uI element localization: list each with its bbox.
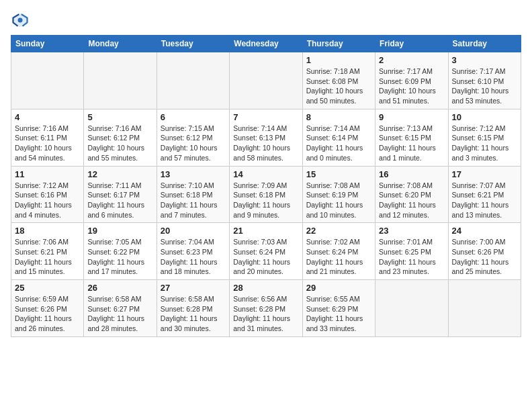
day-detail: Sunrise: 7:08 AM Sunset: 6:20 PM Dayligh…	[379, 181, 444, 220]
calendar-cell	[11, 52, 84, 109]
week-row-4: 18Sunrise: 7:06 AM Sunset: 6:21 PM Dayli…	[11, 223, 521, 280]
day-number: 4	[15, 112, 80, 122]
calendar-cell: 17Sunrise: 7:07 AM Sunset: 6:21 PM Dayli…	[448, 166, 521, 223]
week-row-2: 4Sunrise: 7:16 AM Sunset: 6:11 PM Daylig…	[11, 109, 521, 166]
day-detail: Sunrise: 7:16 AM Sunset: 6:11 PM Dayligh…	[15, 124, 80, 163]
calendar-cell: 11Sunrise: 7:12 AM Sunset: 6:16 PM Dayli…	[11, 166, 84, 223]
day-detail: Sunrise: 7:12 AM Sunset: 6:15 PM Dayligh…	[452, 124, 517, 163]
day-number: 18	[15, 226, 80, 236]
day-number: 5	[87, 112, 152, 122]
calendar-table: SundayMondayTuesdayWednesdayThursdayFrid…	[11, 35, 521, 337]
calendar-cell: 15Sunrise: 7:08 AM Sunset: 6:19 PM Dayli…	[302, 166, 375, 223]
calendar-cell: 27Sunrise: 6:58 AM Sunset: 6:28 PM Dayli…	[157, 280, 229, 337]
day-number: 7	[233, 112, 298, 122]
day-detail: Sunrise: 7:18 AM Sunset: 6:08 PM Dayligh…	[306, 66, 371, 106]
day-detail: Sunrise: 7:01 AM Sunset: 6:25 PM Dayligh…	[379, 237, 444, 277]
day-number: 28	[233, 283, 298, 293]
calendar-cell: 22Sunrise: 7:02 AM Sunset: 6:24 PM Dayli…	[302, 223, 375, 280]
day-detail: Sunrise: 7:07 AM Sunset: 6:21 PM Dayligh…	[452, 181, 517, 220]
svg-point-1	[18, 18, 23, 23]
calendar-cell: 25Sunrise: 6:59 AM Sunset: 6:26 PM Dayli…	[11, 280, 84, 337]
day-detail: Sunrise: 7:05 AM Sunset: 6:22 PM Dayligh…	[87, 237, 152, 277]
day-number: 2	[379, 55, 444, 65]
calendar-cell: 10Sunrise: 7:12 AM Sunset: 6:15 PM Dayli…	[448, 109, 521, 166]
day-number: 6	[161, 112, 226, 122]
header-day-friday: Friday	[375, 36, 448, 52]
calendar-cell: 16Sunrise: 7:08 AM Sunset: 6:20 PM Dayli…	[375, 166, 448, 223]
calendar-cell	[230, 52, 302, 109]
day-detail: Sunrise: 7:06 AM Sunset: 6:21 PM Dayligh…	[15, 237, 80, 277]
calendar-cell: 1Sunrise: 7:18 AM Sunset: 6:08 PM Daylig…	[302, 52, 375, 109]
day-detail: Sunrise: 7:10 AM Sunset: 6:18 PM Dayligh…	[161, 181, 226, 220]
header-day-sunday: Sunday	[11, 36, 84, 52]
day-number: 8	[306, 112, 371, 122]
calendar-cell	[84, 52, 157, 109]
day-detail: Sunrise: 6:58 AM Sunset: 6:28 PM Dayligh…	[161, 294, 226, 334]
day-detail: Sunrise: 7:09 AM Sunset: 6:18 PM Dayligh…	[233, 181, 298, 220]
week-row-1: 1Sunrise: 7:18 AM Sunset: 6:08 PM Daylig…	[11, 52, 521, 109]
day-detail: Sunrise: 7:00 AM Sunset: 6:26 PM Dayligh…	[452, 237, 517, 277]
calendar-cell: 12Sunrise: 7:11 AM Sunset: 6:17 PM Dayli…	[84, 166, 157, 223]
day-number: 27	[161, 283, 226, 293]
day-detail: Sunrise: 7:14 AM Sunset: 6:13 PM Dayligh…	[233, 124, 298, 163]
day-number: 29	[306, 283, 371, 293]
day-number: 15	[306, 169, 371, 179]
calendar-cell: 13Sunrise: 7:10 AM Sunset: 6:18 PM Dayli…	[157, 166, 229, 223]
day-detail: Sunrise: 7:14 AM Sunset: 6:14 PM Dayligh…	[306, 124, 371, 163]
day-number: 10	[452, 112, 517, 122]
calendar-cell	[375, 280, 448, 337]
calendar-cell: 14Sunrise: 7:09 AM Sunset: 6:18 PM Dayli…	[230, 166, 302, 223]
logo-icon	[11, 11, 30, 30]
day-detail: Sunrise: 6:59 AM Sunset: 6:26 PM Dayligh…	[15, 294, 80, 334]
header-day-monday: Monday	[84, 36, 157, 52]
day-detail: Sunrise: 7:17 AM Sunset: 6:09 PM Dayligh…	[379, 66, 444, 106]
day-number: 24	[452, 226, 517, 236]
calendar-cell: 20Sunrise: 7:04 AM Sunset: 6:23 PM Dayli…	[157, 223, 229, 280]
day-number: 11	[15, 169, 80, 179]
day-detail: Sunrise: 7:02 AM Sunset: 6:24 PM Dayligh…	[306, 237, 371, 277]
day-number: 19	[87, 226, 152, 236]
day-detail: Sunrise: 6:56 AM Sunset: 6:28 PM Dayligh…	[233, 294, 298, 334]
calendar-cell	[448, 280, 521, 337]
day-number: 20	[161, 226, 226, 236]
day-number: 21	[233, 226, 298, 236]
day-number: 23	[379, 226, 444, 236]
calendar-cell: 24Sunrise: 7:00 AM Sunset: 6:26 PM Dayli…	[448, 223, 521, 280]
calendar-cell: 7Sunrise: 7:14 AM Sunset: 6:13 PM Daylig…	[230, 109, 302, 166]
header-day-wednesday: Wednesday	[230, 36, 302, 52]
day-number: 22	[306, 226, 371, 236]
calendar-cell: 5Sunrise: 7:16 AM Sunset: 6:12 PM Daylig…	[84, 109, 157, 166]
week-row-3: 11Sunrise: 7:12 AM Sunset: 6:16 PM Dayli…	[11, 166, 521, 223]
day-detail: Sunrise: 7:04 AM Sunset: 6:23 PM Dayligh…	[161, 237, 226, 277]
calendar-cell: 2Sunrise: 7:17 AM Sunset: 6:09 PM Daylig…	[375, 52, 448, 109]
day-number: 12	[87, 169, 152, 179]
calendar-cell: 23Sunrise: 7:01 AM Sunset: 6:25 PM Dayli…	[375, 223, 448, 280]
day-detail: Sunrise: 7:13 AM Sunset: 6:15 PM Dayligh…	[379, 124, 444, 163]
calendar-cell	[157, 52, 229, 109]
week-row-5: 25Sunrise: 6:59 AM Sunset: 6:26 PM Dayli…	[11, 280, 521, 337]
header-day-saturday: Saturday	[448, 36, 521, 52]
calendar-cell: 18Sunrise: 7:06 AM Sunset: 6:21 PM Dayli…	[11, 223, 84, 280]
day-number: 13	[161, 169, 226, 179]
day-number: 16	[379, 169, 444, 179]
day-number: 26	[87, 283, 152, 293]
calendar-cell: 21Sunrise: 7:03 AM Sunset: 6:24 PM Dayli…	[230, 223, 302, 280]
logo	[11, 11, 32, 30]
day-detail: Sunrise: 6:55 AM Sunset: 6:29 PM Dayligh…	[306, 294, 371, 334]
calendar-cell: 26Sunrise: 6:58 AM Sunset: 6:27 PM Dayli…	[84, 280, 157, 337]
day-detail: Sunrise: 7:16 AM Sunset: 6:12 PM Dayligh…	[87, 124, 152, 163]
header-row: SundayMondayTuesdayWednesdayThursdayFrid…	[11, 36, 521, 52]
day-detail: Sunrise: 7:17 AM Sunset: 6:10 PM Dayligh…	[452, 66, 517, 106]
header-day-thursday: Thursday	[302, 36, 375, 52]
day-detail: Sunrise: 7:15 AM Sunset: 6:12 PM Dayligh…	[161, 124, 226, 163]
calendar-cell: 3Sunrise: 7:17 AM Sunset: 6:10 PM Daylig…	[448, 52, 521, 109]
day-detail: Sunrise: 7:03 AM Sunset: 6:24 PM Dayligh…	[233, 237, 298, 277]
header	[11, 11, 521, 30]
day-detail: Sunrise: 7:08 AM Sunset: 6:19 PM Dayligh…	[306, 181, 371, 220]
day-detail: Sunrise: 6:58 AM Sunset: 6:27 PM Dayligh…	[87, 294, 152, 334]
day-number: 1	[306, 55, 371, 65]
day-number: 3	[452, 55, 517, 65]
day-number: 14	[233, 169, 298, 179]
calendar-cell: 19Sunrise: 7:05 AM Sunset: 6:22 PM Dayli…	[84, 223, 157, 280]
day-detail: Sunrise: 7:11 AM Sunset: 6:17 PM Dayligh…	[87, 181, 152, 220]
